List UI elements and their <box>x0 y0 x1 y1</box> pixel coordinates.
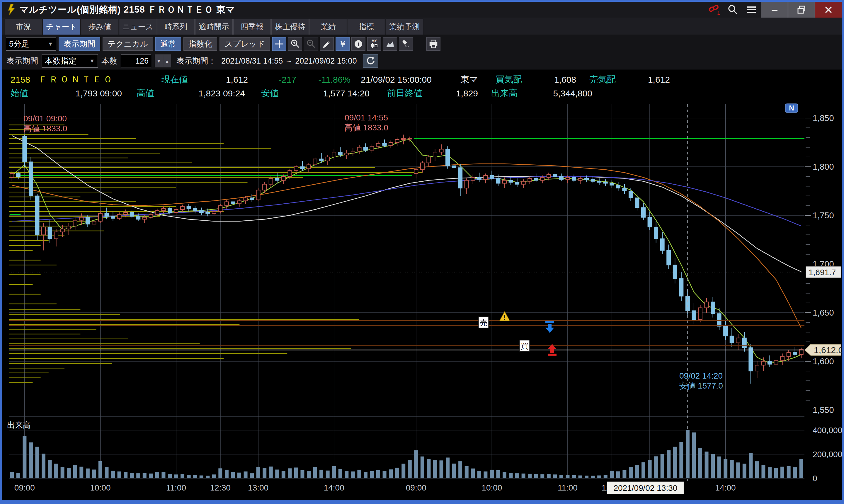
minimize-button[interactable] <box>761 2 788 18</box>
time-axis-label: 09:00 <box>406 483 426 492</box>
yen-icon[interactable]: ￥ <box>336 37 349 51</box>
pencil-icon[interactable] <box>320 37 334 51</box>
candle-body <box>585 178 589 179</box>
candle-body <box>503 180 506 183</box>
volume-bar <box>250 473 254 478</box>
info-icon[interactable]: i <box>352 37 365 51</box>
quote-row-ohlc: 始値1,793 09:00高値1,823 09:24安値1,577 14:20前… <box>2 87 842 100</box>
volume-bar <box>370 471 374 478</box>
restore-button[interactable] <box>788 2 815 18</box>
quote2-field-3: 1,823 09:24 <box>163 89 245 98</box>
volume-bar <box>61 467 65 478</box>
candle-body <box>623 188 626 191</box>
candle-body <box>181 206 184 210</box>
tab-時系列[interactable]: 時系列 <box>157 19 195 35</box>
candle-body <box>370 146 374 150</box>
sell-marker-text: 売 <box>480 318 487 327</box>
candle-body <box>446 149 450 165</box>
volume-bar <box>389 469 393 478</box>
volume-bar <box>458 461 462 478</box>
tab-業績[interactable]: 業績 <box>309 19 347 35</box>
search-icon[interactable] <box>723 2 742 18</box>
candle-body <box>73 220 77 226</box>
tab-チャート[interactable]: チャート <box>43 19 80 35</box>
count-label: 本数 <box>102 56 117 66</box>
chart-annotation-1: 09/01 14:55高値 1833.0 <box>344 113 388 132</box>
bar-count-input[interactable] <box>121 54 151 67</box>
zoom-in-icon[interactable] <box>288 37 302 51</box>
ma-short-green <box>12 140 801 363</box>
toolbar-button-テクニカル[interactable]: テクニカル <box>103 37 153 51</box>
volume-bar <box>496 470 500 478</box>
volume-bar <box>484 471 487 478</box>
volume-bar <box>585 475 589 478</box>
toolbar-button-指数化[interactable]: 指数化 <box>183 37 217 51</box>
toolbar-button-通常[interactable]: 通常 <box>155 37 181 51</box>
tab-株主優待[interactable]: 株主優待 <box>271 19 309 35</box>
volume-bar <box>143 473 146 478</box>
chart-canvas[interactable]: 売買!09/01 09:00高値 1833.009/01 14:55高値 183… <box>2 101 842 500</box>
volume-bar <box>345 471 348 478</box>
volume-bar <box>648 460 652 478</box>
volume-bar <box>218 468 222 478</box>
buy-marker-text: 買 <box>521 342 528 350</box>
reset-range-button[interactable] <box>363 54 378 68</box>
candle-body <box>225 202 229 206</box>
link-icon[interactable]: 1 <box>704 2 723 18</box>
count-decrement-button[interactable]: ▼ <box>155 54 163 67</box>
volume-bar <box>730 460 734 478</box>
candle-body <box>275 178 279 180</box>
volume-bar <box>408 460 412 478</box>
menu-icon[interactable] <box>742 2 761 18</box>
area-chart-icon[interactable] <box>383 37 397 51</box>
candle-body <box>401 139 405 140</box>
tab-市況[interactable]: 市況 <box>5 19 42 35</box>
candle-body <box>692 311 696 319</box>
toolbar-button-スプレッド[interactable]: スプレッド <box>219 37 270 51</box>
warning-exclamation: ! <box>503 313 506 321</box>
candle-body <box>565 178 570 180</box>
volume-bar <box>54 464 58 478</box>
period-mode-select[interactable]: 本数指定 ▼ <box>42 54 98 68</box>
chart-annotation-0: 09/01 09:00高値 1833.0 <box>23 114 67 133</box>
tab-ニュース[interactable]: ニュース <box>119 19 157 35</box>
close-button[interactable] <box>815 2 842 18</box>
tab-指標[interactable]: 指標 <box>347 19 385 35</box>
candle-body <box>10 174 14 177</box>
volume-bar <box>29 443 33 478</box>
tab-歩み値[interactable]: 歩み値 <box>81 19 119 35</box>
wrench-icon[interactable] <box>399 37 413 51</box>
candle-body <box>654 227 658 239</box>
volume-bar <box>692 432 696 478</box>
crosshair-plus-icon[interactable] <box>272 37 286 51</box>
timeframe-select[interactable]: 5分足 ▼ <box>6 37 56 51</box>
volume-bar <box>401 464 405 478</box>
chart-area[interactable]: 売買!09/01 09:00高値 1833.009/01 14:55高値 183… <box>2 101 842 500</box>
printer-icon[interactable] <box>426 37 441 51</box>
volume-bar <box>686 430 689 478</box>
candle-body <box>559 176 563 179</box>
candle-body <box>332 152 336 157</box>
candle-body <box>395 140 399 142</box>
volume-bar <box>515 473 519 478</box>
candle-body <box>54 232 58 238</box>
count-increment-button[interactable]: ▲ <box>163 54 171 67</box>
ma-mid-white <box>12 136 801 272</box>
quote-row-main: 2158ＦＲＯＮＴＥＯ現在値1,612-217-11.86%21/09/02 1… <box>2 73 842 87</box>
volume-bar <box>98 461 102 478</box>
period-label: 表示期間 <box>6 56 38 66</box>
tab-業績予測[interactable]: 業績予測 <box>386 19 423 35</box>
toolbar-button-表示期間[interactable]: 表示期間 <box>59 37 100 51</box>
candle-body <box>364 147 367 150</box>
tab-適時開示[interactable]: 適時開示 <box>195 19 233 35</box>
tab-四季報[interactable]: 四季報 <box>233 19 271 35</box>
volume-bar <box>118 471 121 478</box>
volume-bar <box>522 473 525 478</box>
volume-axis-label: 0 <box>813 474 817 483</box>
candle-body <box>439 149 443 152</box>
time-axis-label: 14:00 <box>324 483 344 492</box>
candle-body <box>389 142 393 145</box>
volume-bar <box>187 475 191 478</box>
candle-body <box>787 353 791 356</box>
my-candle-icon[interactable]: MY <box>367 37 381 51</box>
